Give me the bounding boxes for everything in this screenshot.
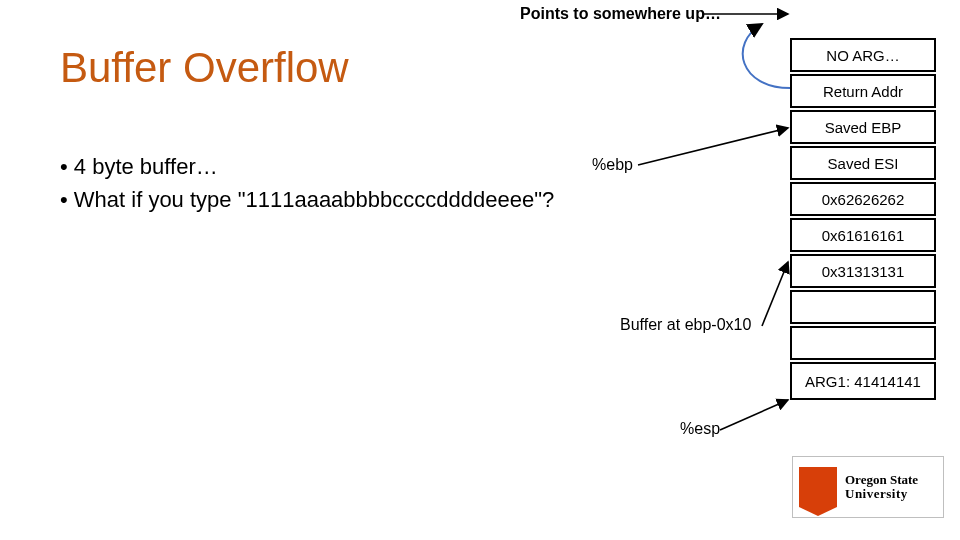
label-ebp: %ebp	[592, 156, 633, 174]
cell-empty1	[790, 290, 936, 324]
svg-line-2	[762, 262, 788, 326]
label-esp: %esp	[680, 420, 720, 438]
stack-diagram: NO ARG… Return Addr Saved EBP Saved ESI …	[790, 38, 936, 402]
svg-line-1	[638, 128, 788, 165]
slide-title: Buffer Overflow	[60, 44, 349, 92]
bullet-1: • 4 byte buffer…	[60, 150, 554, 183]
cell-0x61: 0x61616161	[790, 218, 936, 252]
cell-arg1: ARG1: 41414141	[790, 362, 936, 400]
logo-line1: Oregon State	[845, 473, 918, 487]
osu-logo: Oregon State University	[792, 456, 944, 518]
cell-retaddr: Return Addr	[790, 74, 936, 108]
bullet-2: • What if you type "1111aaaabbbbccccdddd…	[60, 183, 554, 216]
cell-saved-ebp: Saved EBP	[790, 110, 936, 144]
cell-0x31: 0x31313131	[790, 254, 936, 288]
cell-saved-esi: Saved ESI	[790, 146, 936, 180]
top-note: Points to somewhere up…	[520, 5, 721, 23]
cell-empty2	[790, 326, 936, 360]
logo-text: Oregon State University	[845, 473, 918, 500]
bullet-list: • 4 byte buffer… • What if you type "111…	[60, 150, 554, 216]
label-buffer: Buffer at ebp-0x10	[620, 316, 751, 334]
cell-0x62: 0x62626262	[790, 182, 936, 216]
shield-icon	[799, 467, 837, 507]
logo-line2: University	[845, 487, 918, 501]
cell-noarg: NO ARG…	[790, 38, 936, 72]
svg-line-3	[720, 400, 788, 430]
